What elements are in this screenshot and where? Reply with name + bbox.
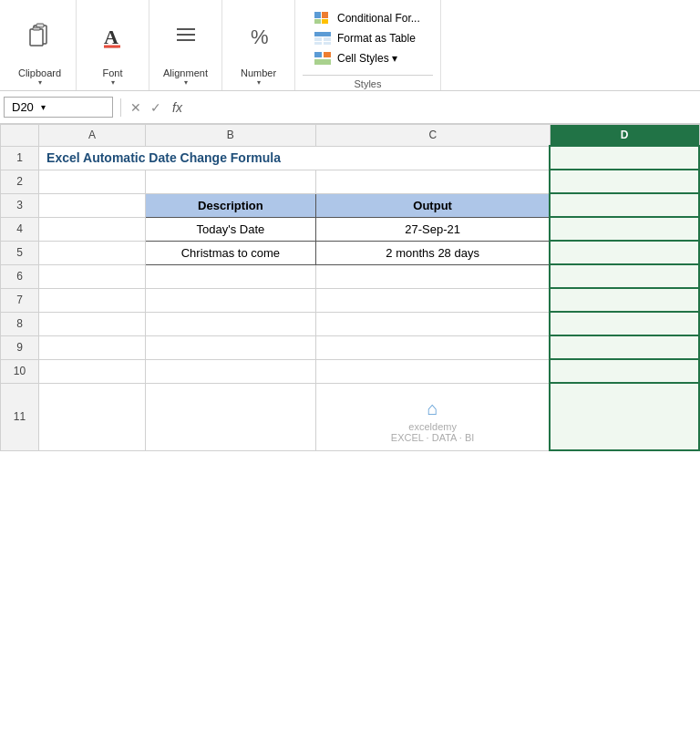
cell-d7[interactable] (550, 288, 699, 312)
cell-a10[interactable] (39, 359, 146, 383)
cell-b8[interactable] (145, 312, 315, 335)
number-button[interactable]: % (241, 19, 277, 52)
cell-c4[interactable]: 27-Sep-21 (315, 217, 550, 241)
cell-b10[interactable] (145, 359, 315, 383)
cell-c9[interactable] (315, 335, 550, 359)
row-header-4[interactable]: 4 (1, 217, 39, 241)
clipboard-arrow: ▾ (38, 78, 42, 87)
cell-c7[interactable] (315, 288, 550, 312)
cell-d4[interactable] (550, 217, 699, 241)
font-group: A Font ▾ (77, 0, 149, 90)
row-header-1[interactable]: 1 (1, 146, 39, 170)
row-header-2[interactable]: 2 (1, 170, 39, 193)
col-header-b[interactable]: B (145, 125, 315, 147)
col-header-d[interactable]: D (550, 125, 699, 147)
cell-d9[interactable] (550, 335, 699, 359)
svg-text:A: A (104, 26, 118, 48)
table-row: 9 (1, 335, 700, 359)
cell-a9[interactable] (39, 335, 146, 359)
table-row: 3 Description Output (1, 193, 700, 217)
cell-b3[interactable]: Description (145, 193, 315, 217)
cell-d6[interactable] (550, 264, 699, 288)
conditional-formatting-button[interactable]: Conditional For... (310, 9, 426, 27)
cell-b2[interactable] (145, 170, 315, 193)
cell-a7[interactable] (39, 288, 146, 312)
row-header-3[interactable]: 3 (1, 193, 39, 217)
col-header-c[interactable]: C (315, 125, 550, 147)
svg-rect-19 (314, 52, 322, 57)
format-as-table-button[interactable]: Format as Table (310, 29, 426, 47)
cell-d5[interactable] (550, 241, 699, 264)
svg-rect-15 (314, 37, 322, 41)
cell-b5[interactable]: Christmas to come (145, 241, 315, 264)
font-arrow: ▾ (111, 78, 115, 87)
number-icons: % (241, 5, 277, 66)
cell-c3[interactable]: Output (315, 193, 550, 217)
cell-b9[interactable] (145, 335, 315, 359)
alignment-button[interactable] (168, 19, 204, 52)
col-header-a[interactable]: A (39, 125, 146, 147)
cell-a4[interactable] (39, 217, 146, 241)
cell-c11[interactable]: ⌂ exceldemy EXCEL · DATA · BI (315, 383, 550, 450)
cell-a6[interactable] (39, 264, 146, 288)
cell-a8[interactable] (39, 312, 146, 335)
cell-styles-button[interactable]: Cell Styles ▾ (310, 49, 426, 67)
table-row: 10 (1, 359, 700, 383)
formula-actions: ✕ ✓ fx (129, 98, 186, 117)
alignment-icon (171, 21, 201, 50)
cell-c10[interactable] (315, 359, 550, 383)
cell-d10[interactable] (550, 359, 699, 383)
cell-a1[interactable]: Excel Automatic Date Change Formula (39, 146, 551, 170)
alignment-icons (168, 5, 204, 66)
row-header-9[interactable]: 9 (1, 335, 39, 359)
cell-ref-dropdown-arrow[interactable]: ▾ (41, 102, 46, 112)
cell-b6[interactable] (145, 264, 315, 288)
cell-d2[interactable] (550, 170, 699, 193)
row-header-5[interactable]: 5 (1, 241, 39, 264)
cell-a2[interactable] (39, 170, 146, 193)
table-row: 7 (1, 288, 700, 312)
cell-c2[interactable] (315, 170, 550, 193)
cell-d8[interactable] (550, 312, 699, 335)
cell-d3[interactable] (550, 193, 699, 217)
cell-styles-label: Cell Styles ▾ (337, 52, 397, 65)
row-header-6[interactable]: 6 (1, 264, 39, 288)
row-header-7[interactable]: 7 (1, 288, 39, 312)
styles-items: Conditional For... Format as Table (303, 5, 433, 71)
cell-c6[interactable] (315, 264, 550, 288)
font-label: Font (102, 67, 122, 78)
cell-a3[interactable] (39, 193, 146, 217)
cell-d11[interactable] (550, 383, 699, 450)
cell-a11[interactable] (39, 383, 146, 450)
alignment-label: Alignment (163, 67, 208, 78)
cell-d1[interactable] (550, 146, 699, 170)
cell-reference-box[interactable]: D20 ▾ (4, 97, 113, 118)
cell-b11[interactable] (145, 383, 315, 450)
row-header-11[interactable]: 11 (1, 383, 39, 450)
cell-c5[interactable]: 2 months 28 days (315, 241, 550, 264)
svg-text:%: % (251, 26, 269, 48)
corner-select-all[interactable] (1, 125, 39, 147)
watermark-tagline: EXCEL · DATA · BI (391, 432, 475, 443)
row-header-8[interactable]: 8 (1, 312, 39, 335)
svg-rect-1 (36, 24, 44, 27)
formula-confirm-button[interactable]: ✓ (149, 98, 163, 117)
alignment-group: Alignment ▾ (149, 0, 222, 90)
svg-rect-13 (322, 19, 328, 24)
cell-c8[interactable] (315, 312, 550, 335)
table-row: 1 Excel Automatic Date Change Formula (1, 146, 700, 170)
formula-input[interactable] (190, 98, 696, 116)
clipboard-group: Clipboard ▾ (4, 0, 77, 90)
cell-b4[interactable]: Today's Date (145, 217, 315, 241)
cell-b7[interactable] (145, 288, 315, 312)
fx-label: fx (169, 100, 186, 115)
conditional-format-label: Conditional For... (337, 12, 420, 25)
svg-rect-3 (33, 27, 40, 30)
row-header-10[interactable]: 10 (1, 359, 39, 383)
clipboard-button[interactable] (22, 19, 58, 52)
sheet-grid: A B C D 1 Excel Automatic Date Change Fo… (0, 124, 700, 451)
cell-a5[interactable] (39, 241, 146, 264)
watermark: ⌂ exceldemy EXCEL · DATA · BI (324, 387, 542, 447)
font-button[interactable]: A (95, 19, 131, 52)
formula-cancel-button[interactable]: ✕ (129, 98, 143, 117)
